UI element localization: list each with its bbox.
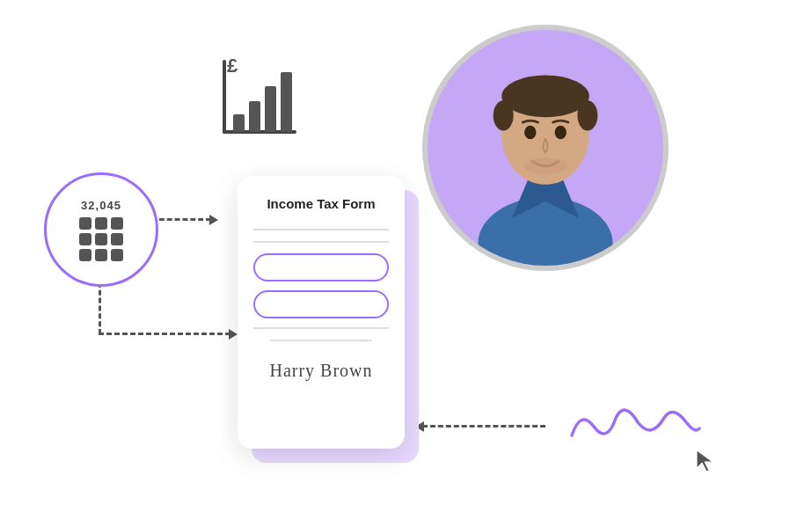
calculator-widget: 32,045 — [44, 172, 158, 287]
calc-key — [95, 249, 107, 261]
bar-chart-icon: £ — [211, 53, 299, 150]
calc-key — [111, 249, 123, 261]
cursor-icon — [695, 449, 714, 479]
form-line-1 — [253, 229, 389, 230]
calc-key — [111, 217, 123, 230]
calculator-grid — [79, 217, 123, 261]
income-tax-form-card: Income Tax Form Harry Brown — [238, 176, 405, 449]
svg-rect-4 — [265, 86, 276, 132]
calc-key — [79, 233, 91, 245]
form-title: Income Tax Form — [267, 195, 375, 213]
svg-rect-2 — [233, 114, 245, 132]
calc-key — [95, 233, 107, 245]
dashed-arrow-horizontal-2 — [99, 333, 230, 335]
person-illustration — [428, 25, 663, 266]
svg-point-14 — [555, 126, 567, 139]
form-line-2 — [253, 241, 389, 243]
signature-scribble — [563, 391, 704, 453]
svg-point-10 — [501, 75, 589, 117]
svg-point-15 — [523, 157, 567, 174]
svg-rect-3 — [249, 101, 260, 132]
form-input-1[interactable] — [253, 253, 389, 281]
dashed-arrow-bottom — [422, 425, 545, 428]
avatar-circle — [422, 25, 669, 271]
form-input-2[interactable] — [253, 290, 389, 318]
form-signature: Harry Brown — [269, 361, 372, 381]
form-line-3 — [253, 327, 389, 329]
svg-point-12 — [577, 100, 597, 130]
calc-key — [111, 233, 123, 245]
calc-key — [79, 217, 91, 230]
calc-key — [95, 217, 107, 230]
calculator-number: 32,045 — [81, 199, 121, 212]
svg-point-11 — [494, 100, 514, 130]
main-scene: 32,045 £ Income T — [0, 0, 812, 519]
form-line-short — [270, 340, 372, 341]
svg-point-13 — [524, 126, 536, 139]
svg-rect-5 — [281, 72, 292, 132]
svg-point-7 — [478, 197, 612, 266]
svg-text:£: £ — [227, 55, 238, 77]
calc-key — [79, 249, 91, 261]
